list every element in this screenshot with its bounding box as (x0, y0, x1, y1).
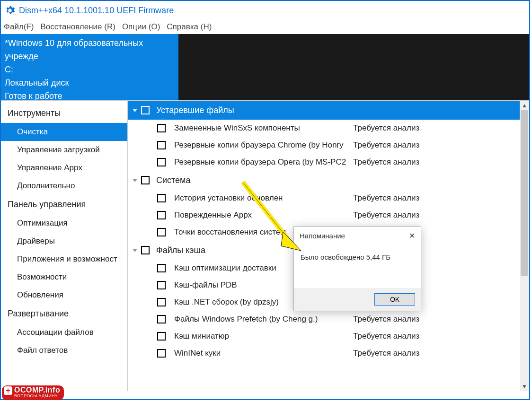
disk-type: Локальный диск (5, 77, 175, 90)
cleanup-item[interactable]: WinINet кукиТребуется анализ (128, 345, 520, 362)
category-label: Устаревшие файлы (156, 105, 234, 115)
app-window: Dism++x64 10.1.1001.10 UEFI Firmware Фай… (0, 0, 530, 400)
item-label: Резервные копии браузера Chrome (by Honr… (174, 140, 520, 150)
menu-file[interactable]: Файл(F) (4, 22, 34, 32)
watermark-subtitle: ВОПРОСЫ АДМИНУ (14, 394, 60, 398)
sidebar-head-deploy: Развертывание (1, 304, 127, 323)
category-label: Файлы кэша (156, 245, 205, 255)
item-status: Требуется анализ (353, 210, 419, 220)
cleanup-item[interactable]: Кэш миниатюрТребуется анализ (128, 328, 520, 345)
window-title: Dism++x64 10.1.1001.10 UEFI Firmware (19, 6, 174, 16)
disk-os: *Windows 10 для образовательных учрежде (5, 37, 175, 63)
item-status: Требуется анализ (353, 349, 419, 358)
sidebar-item-optim[interactable]: Оптимизация (1, 214, 127, 232)
sidebar-item-drivers[interactable]: Драйверы (1, 232, 127, 250)
item-status: Требуется анализ (353, 140, 419, 150)
gear-icon (5, 5, 15, 16)
checkbox[interactable] (157, 228, 166, 236)
checkbox[interactable] (157, 349, 166, 358)
item-label: Кэш миниатюр (174, 332, 520, 341)
item-label: WinINet куки (174, 349, 520, 358)
cleanup-item[interactable]: История установки обновленТребуется анал… (128, 190, 520, 207)
menubar: Файл(F) Восстановление (R) Опции (O) Спр… (1, 20, 529, 34)
sidebar-item-updates[interactable]: Обновления (1, 286, 127, 304)
checkbox[interactable] (157, 315, 166, 323)
item-label: Поврежденные Appx (174, 210, 520, 220)
category-header[interactable]: Система (128, 171, 520, 190)
checkbox[interactable] (157, 281, 166, 289)
chevron-down-icon (133, 179, 137, 182)
sidebar-head-tools: Инструменты (1, 104, 127, 123)
category-header[interactable]: Устаревшие файлы (128, 101, 520, 120)
cleanup-item[interactable]: Поврежденные AppxТребуется анализ (128, 207, 520, 224)
item-status: Требуется анализ (353, 332, 419, 341)
disk-panel: *Windows 10 для образовательных учрежде … (1, 34, 529, 100)
sidebar-item-appx[interactable]: Управление Appx (1, 159, 127, 177)
item-label: Замененные WinSxS компоненты (174, 123, 520, 133)
scroll-thumb[interactable] (521, 110, 528, 276)
chevron-down-icon (133, 249, 137, 252)
checkbox[interactable] (141, 246, 150, 254)
category-label: Система (156, 175, 191, 185)
sidebar: Инструменты Очистка Управление загрузкой… (1, 101, 128, 391)
sidebar-item-cleanup[interactable]: Очистка (1, 123, 127, 141)
checkbox[interactable] (157, 124, 166, 132)
checkbox[interactable] (157, 158, 166, 166)
item-label: Резервные копии браузера Opera (by MS-PC… (174, 157, 520, 167)
checkbox[interactable] (157, 194, 166, 202)
ok-button[interactable]: OK (374, 293, 415, 306)
disk-drive: C: (5, 63, 175, 77)
scroll-up-icon[interactable]: ▲ (520, 101, 529, 110)
sidebar-item-apps[interactable]: Приложения и возможност (1, 250, 127, 268)
menu-options[interactable]: Опции (O) (122, 22, 160, 32)
disk-panel-rest (178, 34, 529, 100)
scrollbar[interactable]: ▲ ▼ (520, 101, 529, 391)
dialog-title: Напоминание (300, 232, 345, 240)
cleanup-item[interactable]: Замененные WinSxS компонентыТребуется ан… (128, 120, 520, 137)
cleanup-item[interactable]: Резервные копии браузера Opera (by MS-PC… (128, 154, 520, 171)
reminder-dialog: Напоминание ✕ Было освобождено 5,44 ГБ O… (293, 226, 421, 311)
checkbox[interactable] (141, 176, 150, 184)
checkbox[interactable] (157, 141, 166, 149)
sidebar-item-answer[interactable]: Файл ответов (1, 341, 127, 359)
close-icon[interactable]: ✕ (409, 231, 415, 240)
sidebar-item-features[interactable]: Возможности (1, 268, 127, 286)
checkbox[interactable] (157, 264, 166, 272)
watermark: + OCOMP.info ВОПРОСЫ АДМИНУ (2, 385, 64, 400)
titlebar[interactable]: Dism++x64 10.1.1001.10 UEFI Firmware (1, 1, 529, 20)
plus-icon: + (4, 386, 12, 395)
item-label: История установки обновлен (174, 193, 520, 203)
item-status: Требуется анализ (353, 193, 419, 203)
scroll-down-icon[interactable]: ▼ (520, 382, 529, 391)
checkbox[interactable] (157, 298, 166, 306)
checkbox[interactable] (141, 106, 150, 114)
menu-help[interactable]: Справка (H) (167, 22, 212, 32)
cleanup-item[interactable]: Файлы Windows Prefetch (by Cheng g.)Треб… (128, 311, 520, 328)
chevron-down-icon (133, 109, 137, 112)
sidebar-item-assoc[interactable]: Ассоциации файлов (1, 323, 127, 341)
watermark-title: OCOMP.info (14, 386, 60, 394)
disk-info[interactable]: *Windows 10 для образовательных учрежде … (1, 34, 178, 100)
checkbox[interactable] (157, 332, 166, 341)
checkbox[interactable] (157, 211, 166, 219)
item-label: Файлы Windows Prefetch (by Cheng g.) (174, 315, 520, 324)
sidebar-item-advanced[interactable]: Дополнительно (1, 177, 127, 195)
menu-restore[interactable]: Восстановление (R) (41, 22, 115, 32)
item-status: Требуется анализ (353, 315, 419, 324)
dialog-body: Было освобождено 5,44 ГБ (294, 245, 421, 261)
sidebar-item-boot[interactable]: Управление загрузкой (1, 141, 127, 159)
cleanup-item[interactable]: Резервные копии браузера Chrome (by Honr… (128, 137, 520, 154)
item-status: Требуется анализ (353, 123, 419, 133)
sidebar-head-control: Панель управления (1, 195, 127, 214)
item-status: Требуется анализ (353, 157, 419, 167)
